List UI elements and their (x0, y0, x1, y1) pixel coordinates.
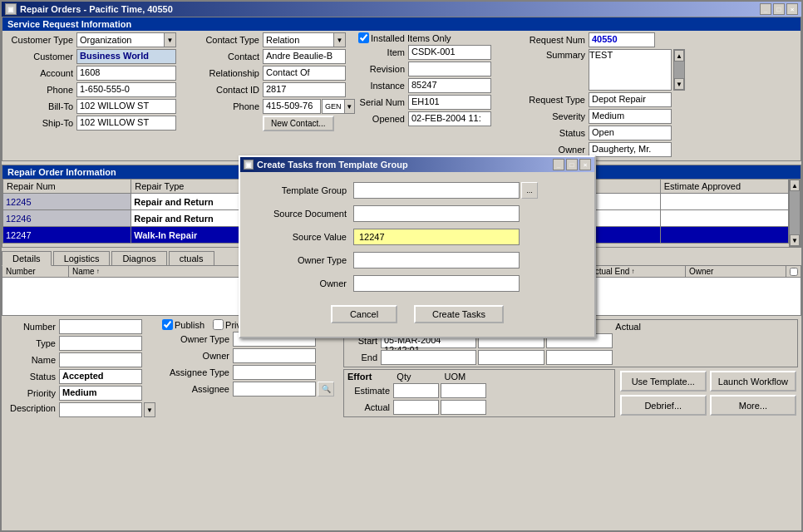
template-group-browse[interactable]: ... (521, 182, 538, 199)
revision-value[interactable] (408, 62, 491, 76)
end-planned-value[interactable] (381, 350, 476, 365)
request-type-value[interactable]: Depot Repair (589, 92, 672, 107)
estimate-label: Estimate (347, 386, 393, 396)
bill-to-label: Bill-To (6, 101, 76, 111)
phone2-type-select[interactable]: GEN ▼ (322, 99, 355, 114)
assignee-type-input[interactable] (233, 365, 316, 380)
owner-type-modal-input[interactable] (353, 252, 520, 268)
item-value[interactable]: CSDK-001 (408, 45, 491, 60)
repair-num-12247[interactable]: 12247 (3, 227, 131, 244)
number-input[interactable] (59, 319, 142, 334)
close-button[interactable]: × (786, 3, 798, 15)
summary-textarea[interactable]: TEST (589, 49, 672, 91)
status-bf-value[interactable]: Accepted (59, 369, 142, 384)
more-button[interactable]: More... (710, 395, 796, 416)
owner-value[interactable]: Daugherty, Mr. (589, 142, 672, 157)
opened-value[interactable]: 02-FEB-2004 11: (408, 111, 491, 126)
description-dropdown[interactable]: ▼ (144, 402, 155, 417)
type-input[interactable] (59, 336, 142, 351)
use-template-button[interactable]: Use Template... (620, 371, 707, 392)
approved-12245[interactable] (660, 194, 788, 210)
col-owner: Owner (686, 266, 786, 277)
select-all-checkbox[interactable] (786, 266, 801, 277)
owner-type-modal-label: Owner Type (254, 255, 353, 265)
modal-restore[interactable]: □ (566, 159, 578, 170)
source-value-input[interactable]: 12247 (353, 229, 520, 245)
account-value[interactable]: 1608 (76, 66, 176, 81)
end-scheduled-value[interactable] (478, 350, 544, 365)
contact-type-arrow[interactable]: ▼ (333, 33, 345, 47)
repair-num-12245[interactable]: 12245 (3, 194, 131, 210)
serial-num-value[interactable]: EH101 (408, 95, 491, 110)
source-document-input[interactable] (353, 205, 520, 222)
effort-qty-label: Qty (397, 372, 411, 382)
new-contact-button[interactable]: New Contact... (263, 116, 334, 131)
status-value[interactable]: Open (589, 126, 672, 140)
contact-id-value[interactable]: 2817 (263, 82, 346, 97)
actual-qty-value[interactable] (393, 400, 439, 415)
ship-to-value[interactable]: 102 WILLOW ST (76, 116, 176, 131)
template-group-value[interactable] (357, 184, 516, 197)
priority-value[interactable]: Medium (59, 386, 142, 401)
assignee-browse[interactable]: 🔍 (318, 382, 334, 397)
publish-checkbox[interactable] (162, 319, 173, 330)
item-label: Item (358, 47, 408, 57)
bill-to-value[interactable]: 102 WILLOW ST (76, 99, 176, 114)
repair-scroll-up[interactable]: ▲ (790, 180, 800, 191)
cancel-button[interactable]: Cancel (331, 305, 397, 323)
approved-12246[interactable] (660, 210, 788, 227)
owner-input[interactable] (233, 348, 316, 363)
phone2-arrow[interactable]: ▼ (344, 100, 354, 113)
estimate-uom-value[interactable] (441, 383, 486, 398)
scroll-up-btn[interactable]: ▲ (674, 50, 684, 62)
repair-scroll-down[interactable]: ▼ (790, 234, 800, 246)
customer-type-value: Organization (77, 34, 164, 46)
contact-value[interactable]: Andre Beaulie-B (263, 49, 346, 64)
actual-effort-label: Actual (347, 402, 393, 412)
customer-value[interactable]: Business World (76, 49, 176, 64)
instance-value[interactable]: 85247 (408, 78, 491, 93)
tab-logistics[interactable]: Logistics (53, 251, 111, 265)
scroll-down-btn[interactable]: ▼ (674, 78, 684, 90)
request-num-value[interactable]: 40550 (589, 32, 655, 47)
maximize-button[interactable]: □ (773, 3, 785, 15)
phone-value[interactable]: 1-650-555-0 (76, 82, 176, 97)
installed-items-checkbox-label[interactable]: Installed Items Only (358, 32, 451, 43)
publish-checkbox-label[interactable]: Publish (162, 319, 204, 330)
approved-12247[interactable] (660, 227, 788, 244)
assignee-input[interactable] (233, 382, 316, 397)
description-input[interactable] (59, 402, 142, 417)
customer-type-arrow[interactable]: ▼ (164, 33, 175, 47)
estimate-qty-value[interactable] (393, 383, 439, 398)
minimize-button[interactable]: _ (760, 3, 771, 15)
bottom-left-form: Number Type Name Status Accepted Priorit… (5, 319, 155, 419)
contact-label: Contact (188, 52, 263, 62)
debrief-button[interactable]: Debrief... (620, 395, 707, 416)
relationship-value[interactable]: Contact Of (263, 66, 346, 81)
contact-id-label: Contact ID (188, 85, 263, 95)
template-group-input[interactable] (353, 182, 520, 199)
installed-items-checkbox[interactable] (358, 32, 369, 43)
private-checkbox[interactable] (213, 319, 224, 330)
severity-value[interactable]: Medium (589, 109, 672, 124)
main-window: ▣ Repair Orders - Pacific Time, 40550 _ … (0, 0, 803, 532)
titlebar: ▣ Repair Orders - Pacific Time, 40550 _ … (2, 2, 801, 17)
owner-modal-input[interactable] (353, 275, 520, 292)
phone2-value[interactable]: 415-509-76 (263, 99, 321, 114)
effort-title: Effort (347, 372, 372, 382)
tab-actuals[interactable]: ctuals (169, 251, 214, 265)
launch-workflow-button[interactable]: Launch Workflow (710, 371, 796, 392)
tab-details[interactable]: Details (2, 251, 52, 266)
modal-dialog: ▣ Create Tasks from Template Group _ □ ×… (239, 155, 596, 338)
modal-minimize[interactable]: _ (553, 159, 564, 170)
tab-diagnos[interactable]: Diagnos (111, 251, 166, 265)
contact-type-select[interactable]: Relation ▼ (263, 32, 346, 47)
name-input[interactable] (59, 352, 142, 367)
end-actual-value[interactable] (546, 350, 613, 365)
create-tasks-button[interactable]: Create Tasks (414, 305, 504, 323)
customer-type-select[interactable]: Organization ▼ (76, 32, 176, 47)
modal-close[interactable]: × (579, 159, 591, 170)
owner-label: Owner (514, 145, 589, 155)
repair-num-12246[interactable]: 12246 (3, 210, 131, 227)
actual-uom-value[interactable] (441, 400, 486, 415)
